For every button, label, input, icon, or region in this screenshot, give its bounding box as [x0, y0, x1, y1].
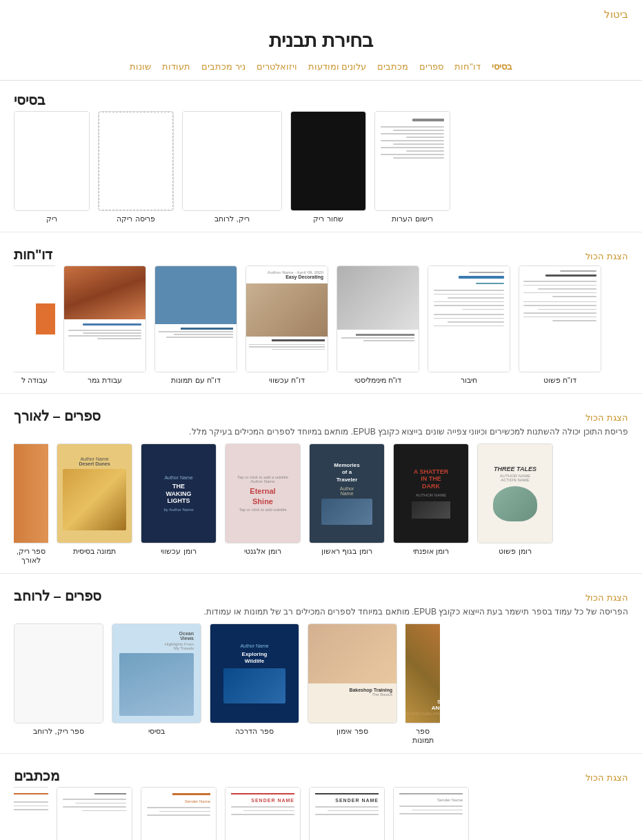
template-thumb-book-blank-portrait [14, 443, 48, 543]
template-blank-landscape[interactable]: ריק, לרוחב [182, 111, 282, 223]
tab-paper[interactable]: ניר מכתבים [201, 61, 245, 72]
tab-books[interactable]: ספרים [419, 61, 443, 72]
template-book-photo[interactable]: SHAPES& ANGLES ARCHITECTURAL PHOTOGRAPHY… [405, 623, 440, 745]
letters-header: הצגת הכול מכתבים [14, 768, 628, 784]
template-modern-report[interactable]: Author Name · April 09, 2020 Easy Decora… [245, 266, 328, 385]
books-wide-section: הצגת הכול ספרים – לרוחב הפריסה של כל עמו… [0, 577, 642, 750]
template-thumb-letter-3: Sender Name [141, 787, 217, 840]
template-thumb-book-training: Bakeshop Training The Basics [308, 623, 397, 723]
template-thumb-book-fashion: A SHATTERIN THEDARK AUTHOR NAME [393, 443, 469, 543]
letters-section-title: מכתבים [14, 768, 60, 784]
template-thumb-notes [374, 111, 450, 211]
books-narrow-title: ספרים – לאורך [14, 408, 101, 424]
template-label-book-basic-image: תמונה בסיסית [73, 547, 116, 556]
template-label-notes: רישום הערות [392, 214, 432, 223]
template-book-training[interactable]: Bakeshop Training The Basics ספר אימון [308, 623, 397, 745]
template-thumb-book-first-person: Memoriesof aTraveler AuthorName [309, 443, 385, 543]
template-label-work: עבודה ל [21, 376, 48, 385]
letters-row: Sender Name SENDER NAME [14, 787, 628, 840]
tab-visual[interactable]: ויזואלטרים [257, 61, 297, 72]
reports-section-header: הצגת הכול דו"חות [14, 246, 628, 263]
template-label-empty-layout: פריסה ריקה [117, 214, 154, 223]
books-narrow-show-all[interactable]: הצגת הכול [585, 412, 628, 423]
template-letter-3[interactable]: Sender Name [141, 787, 217, 840]
reports-section-title: דו"חות [14, 246, 52, 263]
template-thumb-letter-6: Sender Name [393, 787, 469, 840]
template-book-guide[interactable]: Author Name ExploringWildlife ספר הדרכה [210, 623, 299, 745]
tab-certificates[interactable]: תעודות [162, 61, 190, 72]
template-minimal-report[interactable]: דו"ח מינימליסטי [337, 266, 419, 385]
template-book-contemporary[interactable]: Author Name THEWAKINGLIGHTS by Author Na… [141, 443, 217, 565]
template-letter-4[interactable]: SENDER NAME [225, 787, 301, 840]
template-label-book-elegant: רומן אלגנטי [244, 547, 281, 556]
template-label-book-fashion: רומן אופנתי [413, 547, 449, 556]
template-label-book-simple: רומן פשוט [499, 547, 531, 556]
tab-misc[interactable]: שונות [130, 61, 151, 72]
template-blank[interactable]: ריק [14, 111, 90, 223]
template-letter-6[interactable]: Sender Name [393, 787, 469, 840]
template-book-simple[interactable]: THREE TALES AUTHOR NAMEACTION NAME רומן … [477, 443, 553, 565]
template-essay[interactable]: חיבור [428, 266, 510, 385]
reports-templates-row: עבודה ל עבודת גמר [14, 266, 628, 385]
template-label-final-work: עבודת גמר [88, 376, 122, 385]
letters-section: הצגת הכול מכתבים [0, 757, 642, 840]
tab-basic[interactable]: בסיסי [492, 61, 512, 72]
template-thumb-letter-4: SENDER NAME [225, 787, 301, 840]
template-label-book-training: ספר אימון [337, 727, 368, 736]
template-book-blank-portrait[interactable]: ספר ריק, לאורך [14, 443, 48, 565]
reports-show-all[interactable]: הצגת הכול [585, 251, 628, 261]
template-book-wide-basic[interactable]: OceanViews Highlights FromMy Travels בסי… [112, 623, 201, 745]
template-label-essay: חיבור [461, 376, 477, 385]
template-thumb-final-work [63, 266, 146, 372]
template-work[interactable]: עבודה ל [14, 266, 55, 385]
books-wide-show-all[interactable]: הצגת הכול [585, 592, 628, 603]
template-letter-1[interactable] [14, 787, 48, 840]
template-final-work[interactable]: עבודת גמר [63, 266, 146, 385]
template-label-book-blank-portrait: ספר ריק, לאורך [14, 547, 48, 565]
tab-envelopes[interactable]: עלונים ומודעות [308, 61, 367, 72]
template-label-minimal-report: דו"ח מינימליסטי [354, 376, 402, 385]
basic-section-header: בסיסי [14, 92, 628, 108]
template-thumb-book-blank-landscape [14, 623, 103, 723]
template-label-book-photo: ספר תמונות [405, 727, 440, 745]
template-simple-report[interactable]: דו"ח פשוט [519, 266, 601, 385]
books-narrow-section: הצגת הכול ספרים – לאורך פריסת התוכן יכול… [0, 397, 642, 570]
template-book-blank-landscape[interactable]: ספר ריק, לרוחב [14, 623, 103, 745]
template-label-book-guide: ספר הדרכה [235, 727, 273, 736]
tab-reports[interactable]: דו"חות [454, 61, 481, 72]
books-wide-title: ספרים – לרוחב [14, 588, 101, 604]
template-thumb-essay [428, 266, 510, 372]
template-thumb-book-elegant: Tap or click to add a subtitle Author Na… [225, 443, 301, 543]
template-thumb-book-photo: SHAPES& ANGLES ARCHITECTURAL PHOTOGRAPHY [405, 623, 440, 723]
template-thumb-empty-layout [98, 111, 174, 211]
template-book-first-person[interactable]: Memoriesof aTraveler AuthorName רומן בגו… [309, 443, 385, 565]
tab-letters[interactable]: מכתבים [377, 61, 408, 72]
template-thumb-minimal-report [337, 266, 419, 372]
template-thumb-letter-1 [14, 787, 48, 840]
template-thumb-modern-report: Author Name · April 09, 2020 Easy Decora… [245, 266, 328, 372]
template-book-fashion[interactable]: A SHATTERIN THEDARK AUTHOR NAME רומן אופ… [393, 443, 469, 565]
letters-show-all[interactable]: הצגת הכול [585, 772, 628, 783]
basic-section: בסיסי ריק פריסה ריקה ריק, לרוחב [0, 81, 642, 229]
template-letter-2[interactable] [57, 787, 132, 840]
template-photo-report[interactable]: דו"ח עם תמונות [154, 266, 237, 385]
page-title: בחירת תבנית [0, 23, 642, 59]
template-thumb-black-blank [290, 111, 366, 211]
template-label-simple-report: דו"ח פשוט [543, 376, 576, 385]
template-letter-5[interactable]: SENDER NAME [309, 787, 385, 840]
template-thumb-letter-2 [57, 787, 132, 840]
template-empty-layout[interactable]: פריסה ריקה [98, 111, 174, 223]
basic-section-title: בסיסי [14, 92, 46, 108]
template-label-book-first-person: רומן בגוף ראשון [321, 547, 372, 556]
template-thumb-blank-landscape [182, 111, 282, 211]
template-notes[interactable]: רישום הערות [374, 111, 450, 223]
books-wide-subtitle: הפריסה של כל עמוד בספר תישמר בעת הייצוא … [14, 607, 628, 617]
template-book-elegant[interactable]: Tap or click to add a subtitle Author Na… [225, 443, 301, 565]
cancel-button[interactable]: ביטול [604, 8, 628, 21]
basic-templates-row: ריק פריסה ריקה ריק, לרוחב שחור ריק [14, 111, 628, 223]
template-label-book-wide-basic: בסיסי [148, 727, 165, 736]
template-thumb-blank [14, 111, 90, 211]
template-book-basic-image[interactable]: Author Name Desert Dunes תמונה בסיסית [57, 443, 132, 565]
template-thumb-book-wide-basic: OceanViews Highlights FromMy Travels [112, 623, 201, 723]
template-black-blank[interactable]: שחור ריק [290, 111, 366, 223]
